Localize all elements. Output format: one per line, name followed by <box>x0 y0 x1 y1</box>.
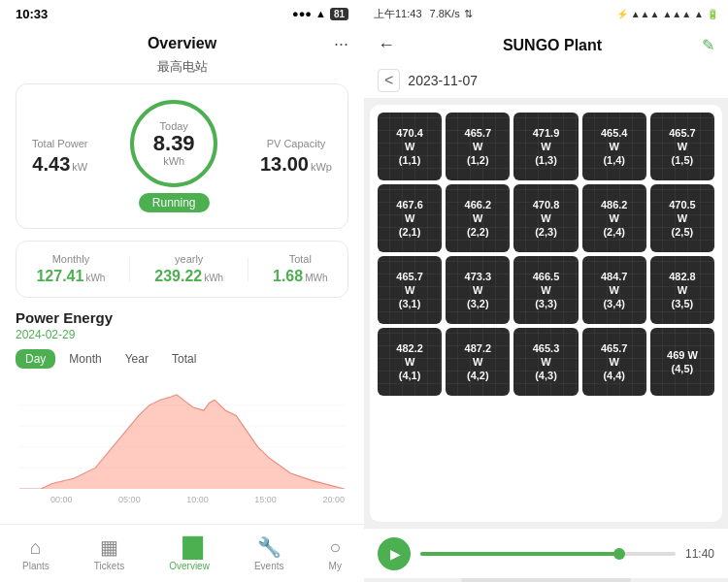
pv-capacity-label: PV Capacity <box>267 138 326 149</box>
panel-3-2[interactable]: 473.3W(3,2) <box>446 256 510 324</box>
power-energy-date: 2024-02-29 <box>16 328 348 341</box>
overview-card: Total Power 4.43 kW Today 8.39 kWh Runni… <box>16 83 348 229</box>
power-energy-title: Power Energy <box>16 309 348 326</box>
nav-item-plants[interactable]: ⌂ Plants <box>22 536 50 571</box>
panel-1-1[interactable]: 470.4W(1,1) <box>378 113 442 180</box>
back-button[interactable]: ← <box>378 35 395 55</box>
today-unit: kWh <box>163 155 184 167</box>
panel-4-4[interactable]: 465.7W(4,4) <box>582 328 646 396</box>
signal-icon: ●●● <box>292 8 312 19</box>
period-tabs: Day Month Year Total <box>16 349 348 369</box>
station-label: 最高电站 <box>0 56 364 83</box>
total-power-label: Total Power <box>32 138 87 149</box>
monthly-value: 127.41 <box>36 268 83 285</box>
panel-1-3[interactable]: 471.9W(1,3) <box>513 113 578 180</box>
x-label-0000: 00:00 <box>50 495 73 504</box>
tab-year[interactable]: Year <box>116 349 158 369</box>
panel-2-2[interactable]: 466.2W(2,2) <box>446 184 510 252</box>
nav-label-events: Events <box>254 561 284 571</box>
signal-bars-2-icon: ▲▲▲ <box>662 9 691 19</box>
panel-4-5[interactable]: 469 W(4,5) <box>650 328 714 396</box>
today-circle-container: Today 8.39 kWh Running <box>130 100 217 212</box>
panel-4-1[interactable]: 482.2W(4,1) <box>378 328 442 396</box>
chart-and-x: 00:00 05:00 10:00 15:00 20:00 <box>16 376 348 504</box>
nav-item-overview[interactable]: ▐█ Overview <box>169 536 210 571</box>
x-label-1000: 10:00 <box>186 495 209 504</box>
progress-fill <box>420 552 619 556</box>
progress-thumb <box>613 548 625 560</box>
pv-capacity-unit: kWp <box>311 161 332 173</box>
bluetooth-icon: ⚡ <box>616 9 628 19</box>
nav-label-plants: Plants <box>22 561 50 571</box>
power-row: Total Power 4.43 kW Today 8.39 kWh Runni… <box>32 100 332 212</box>
total-value: 1.68 <box>273 268 303 285</box>
date-text: 2023-11-07 <box>408 73 478 88</box>
wifi-right-icon: ▲ <box>694 9 704 19</box>
panel-3-3[interactable]: 466.5W(3,3) <box>513 256 578 324</box>
wrench-icon: 🔧 <box>257 535 281 559</box>
battery-display: 81 <box>330 8 348 20</box>
panel-3-5[interactable]: 482.8W(3,5) <box>650 256 714 324</box>
today-value: 8.39 <box>153 132 195 155</box>
energy-row: Monthly 127.41 kWh yearly 239.22 kWh Tot… <box>16 241 348 298</box>
total-label: Total <box>289 253 312 265</box>
yearly-unit: kWh <box>204 273 223 283</box>
status-bar-right: 上午11:43 7.8K/s ⇅ ⚡ ▲▲▲ ▲▲▲ ▲ 🔋 <box>364 0 728 27</box>
right-panel: 上午11:43 7.8K/s ⇅ ⚡ ▲▲▲ ▲▲▲ ▲ 🔋 ← SUNGO P… <box>364 0 728 582</box>
panel-2-3[interactable]: 470.8W(2,3) <box>513 184 578 252</box>
time-display: 10:33 <box>16 7 48 21</box>
left-content: Overview ··· 最高电站 Total Power 4.43 kW To… <box>0 27 364 582</box>
signal-bars-1-icon: ▲▲▲ <box>631 9 660 19</box>
progress-track[interactable] <box>420 552 676 556</box>
panels-grid: 470.4W(1,1) 465.7W(1,2) 471.9W(1,3) 465.… <box>370 105 722 522</box>
more-button[interactable]: ··· <box>334 34 348 54</box>
monthly-stat: Monthly 127.41 kWh <box>36 253 105 285</box>
edit-button[interactable]: ✎ <box>702 36 714 54</box>
panels-row-1: 470.4W(1,1) 465.7W(1,2) 471.9W(1,3) 465.… <box>378 113 714 180</box>
play-button[interactable]: ▶ <box>378 537 411 570</box>
right-header: ← SUNGO Plant ✎ <box>364 27 728 63</box>
nav-item-my[interactable]: ○ My <box>329 536 342 571</box>
tab-day[interactable]: Day <box>16 349 55 369</box>
nav-item-events[interactable]: 🔧 Events <box>254 535 284 571</box>
panel-1-5[interactable]: 465.7W(1,5) <box>650 113 714 180</box>
total-power-value: 4.43 <box>32 153 70 176</box>
right-status-icons: ⚡ ▲▲▲ ▲▲▲ ▲ 🔋 <box>616 9 718 19</box>
total-stat: Total 1.68 MWh <box>273 253 327 285</box>
right-title: SUNGO Plant <box>403 37 702 54</box>
panel-2-4[interactable]: 486.2W(2,4) <box>582 184 646 252</box>
tab-month[interactable]: Month <box>59 349 111 369</box>
overview-header: Overview ··· <box>0 27 364 56</box>
panel-2-5[interactable]: 470.5W(2,5) <box>650 184 714 252</box>
total-unit: MWh <box>305 273 327 283</box>
panel-3-4[interactable]: 484.7W(3,4) <box>582 256 646 324</box>
panels-row-3: 465.7W(3,1) 473.3W(3,2) 466.5W(3,3) 484.… <box>378 256 714 324</box>
playback-bar: ▶ 11:40 <box>364 528 728 578</box>
yearly-stat: yearly 239.22 kWh <box>154 253 223 285</box>
panel-4-3[interactable]: 465.3W(4,3) <box>513 328 578 396</box>
divider <box>129 257 130 281</box>
x-label-0500: 05:00 <box>118 495 141 504</box>
overview-title: Overview <box>148 35 216 52</box>
status-bar-left: 10:33 ●●● ▲ 81 <box>0 0 364 27</box>
panel-2-1[interactable]: 467.6W(2,1) <box>378 184 442 252</box>
panel-1-4[interactable]: 465.4W(1,4) <box>582 113 646 180</box>
bottom-nav: ⌂ Plants ▦ Tickets ▐█ Overview 🔧 Events … <box>0 524 364 582</box>
nav-label-overview: Overview <box>169 561 210 571</box>
panel-4-2[interactable]: 487.2W(4,2) <box>446 328 510 396</box>
right-time: 上午11:43 <box>374 7 422 21</box>
bottom-indicator <box>461 578 631 582</box>
tickets-icon: ▦ <box>100 535 118 559</box>
date-prev-button[interactable]: < <box>378 69 400 92</box>
playback-time: 11:40 <box>685 547 714 561</box>
total-power-unit: kW <box>72 161 87 173</box>
panels-row-4: 482.2W(4,1) 487.2W(4,2) 465.3W(4,3) 465.… <box>378 328 714 396</box>
panel-1-2[interactable]: 465.7W(1,2) <box>446 113 510 180</box>
tab-total[interactable]: Total <box>162 349 206 369</box>
user-icon: ○ <box>329 536 341 559</box>
monthly-value-group: 127.41 kWh <box>36 268 105 285</box>
total-power-stat: Total Power 4.43 kW <box>32 138 87 176</box>
panel-3-1[interactable]: 465.7W(3,1) <box>378 256 442 324</box>
left-panel: 10:33 ●●● ▲ 81 Overview ··· 最高电站 Total P… <box>0 0 364 582</box>
nav-item-tickets[interactable]: ▦ Tickets <box>94 535 124 571</box>
